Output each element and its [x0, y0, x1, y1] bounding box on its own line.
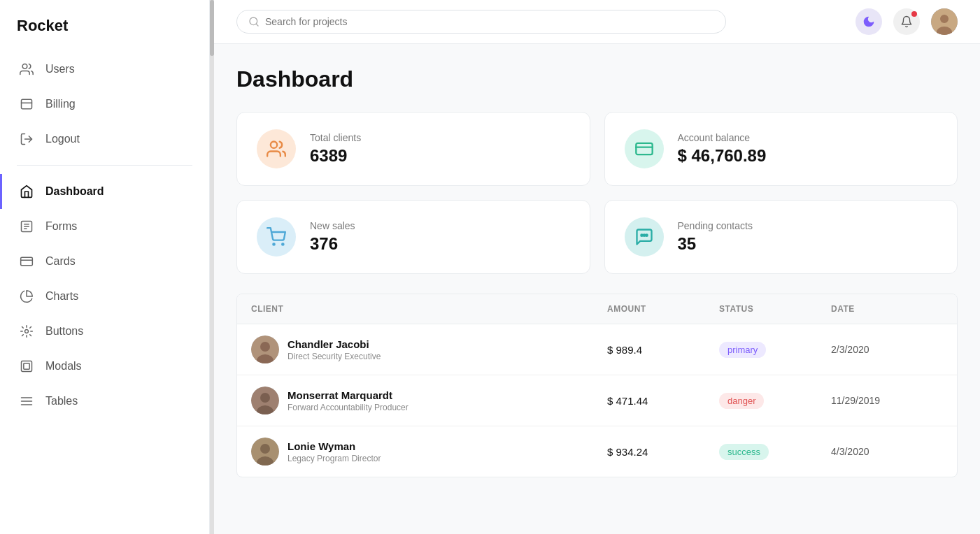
client-cell: Chandler Jacobi Direct Security Executiv…	[251, 335, 607, 363]
client-avatar	[251, 387, 279, 414]
moon-icon	[862, 15, 875, 28]
search-input[interactable]	[265, 16, 714, 27]
sidebar-item-modals-label: Modals	[45, 360, 82, 373]
svg-line-13	[22, 327, 24, 329]
pending-contacts-label: Pending contacts	[678, 220, 753, 231]
table-row: Chandler Jacobi Direct Security Executiv…	[237, 324, 957, 375]
client-name: Chandler Jacobi	[287, 338, 381, 350]
client-job-title: Direct Security Executive	[287, 352, 381, 361]
amount-cell: $ 934.24	[607, 446, 719, 458]
col-header-status: STATUS	[719, 304, 831, 314]
tables-icon	[19, 394, 34, 409]
home-icon	[19, 184, 34, 199]
search-bar[interactable]	[236, 10, 726, 34]
svg-point-38	[260, 342, 270, 352]
stat-card-account-balance: Account balance $ 46,760.89	[604, 112, 958, 186]
svg-rect-19	[22, 361, 32, 372]
sidebar-item-users[interactable]: Users	[0, 52, 209, 87]
client-info: Chandler Jacobi Direct Security Executiv…	[287, 338, 381, 361]
svg-line-25	[256, 24, 258, 26]
col-header-date: DATE	[831, 304, 943, 314]
status-cell: primary	[719, 342, 831, 358]
status-badge: primary	[719, 342, 766, 358]
sidebar-item-logout-label: Logout	[45, 133, 80, 145]
sidebar-item-tables-label: Tables	[45, 395, 78, 407]
client-avatar-img	[251, 438, 279, 466]
svg-point-33	[282, 243, 283, 245]
content-area: Dashboard Total clients 6389	[214, 44, 980, 534]
client-cell: Lonie Wyman Legacy Program Director	[251, 438, 607, 466]
sidebar-item-modals[interactable]: Modals	[0, 349, 209, 384]
svg-line-14	[30, 335, 31, 336]
amount-cell: $ 471.44	[607, 395, 719, 407]
forms-icon	[19, 219, 34, 234]
sidebar-item-logout[interactable]: Logout	[0, 122, 209, 157]
svg-point-32	[273, 243, 274, 245]
main-content: Dashboard Total clients 6389	[214, 0, 980, 534]
client-job-title: Forward Accountability Producer	[287, 403, 409, 412]
sidebar-item-billing[interactable]: Billing	[0, 87, 209, 122]
svg-point-36	[646, 235, 647, 236]
stat-card-new-sales: New sales 376	[236, 200, 590, 274]
client-name: Lonie Wyman	[287, 440, 381, 452]
client-info: Lonie Wyman Legacy Program Director	[287, 440, 381, 463]
header-actions	[855, 8, 958, 35]
new-sales-icon	[267, 227, 286, 247]
modals-icon	[19, 359, 34, 374]
sidebar: Rocket Users Billing	[0, 0, 210, 534]
svg-point-10	[25, 330, 29, 333]
account-balance-icon	[634, 139, 654, 159]
sidebar-item-buttons[interactable]: Buttons	[0, 314, 209, 349]
stat-card-total-clients: Total clients 6389	[236, 112, 590, 186]
sidebar-divider	[17, 165, 192, 166]
page-title: Dashboard	[236, 66, 958, 92]
client-job-title: Legacy Program Director	[287, 454, 381, 463]
svg-point-35	[643, 235, 644, 236]
total-clients-icon-circle	[257, 129, 296, 168]
search-icon	[248, 16, 260, 27]
svg-point-34	[641, 235, 642, 236]
sidebar-item-cards[interactable]: Cards	[0, 244, 209, 279]
amount-cell: $ 989.4	[607, 344, 719, 356]
dark-mode-button[interactable]	[855, 8, 882, 35]
svg-point-41	[260, 393, 270, 403]
client-cell: Monserrat Marquardt Forward Accountabili…	[251, 387, 607, 414]
status-badge: danger	[719, 393, 764, 409]
status-badge: success	[719, 444, 769, 460]
pending-contacts-value: 35	[678, 234, 753, 254]
svg-line-17	[22, 335, 24, 336]
sidebar-item-dashboard[interactable]: Dashboard	[0, 174, 209, 209]
sidebar-item-buttons-label: Buttons	[45, 325, 83, 338]
new-sales-value: 376	[310, 234, 355, 254]
sidebar-item-charts-label: Charts	[45, 290, 78, 303]
status-cell: success	[719, 444, 831, 460]
new-sales-info: New sales 376	[310, 220, 355, 254]
sidebar-item-forms[interactable]: Forms	[0, 209, 209, 244]
new-sales-label: New sales	[310, 220, 355, 231]
sidebar-item-users-label: Users	[45, 63, 75, 75]
date-cell: 11/29/2019	[831, 395, 943, 406]
sidebar-item-charts[interactable]: Charts	[0, 279, 209, 314]
svg-point-0	[22, 64, 27, 69]
col-header-amount: AMOUNT	[607, 304, 719, 314]
account-balance-value: $ 46,760.89	[678, 146, 767, 166]
sidebar-main-nav: Dashboard Forms Cards	[0, 174, 209, 419]
user-avatar[interactable]	[931, 8, 958, 35]
pending-contacts-icon-circle	[625, 217, 664, 257]
svg-point-27	[940, 15, 949, 23]
client-avatar	[251, 335, 279, 363]
users-icon	[19, 62, 34, 77]
buttons-icon	[19, 324, 34, 339]
client-avatar-img	[251, 387, 279, 414]
sidebar-item-billing-label: Billing	[45, 98, 76, 110]
brand-logo: Rocket	[0, 17, 209, 52]
client-avatar-img	[251, 335, 279, 363]
pending-contacts-info: Pending contacts 35	[678, 220, 753, 254]
billing-icon	[19, 96, 34, 112]
sidebar-item-tables[interactable]: Tables	[0, 384, 209, 419]
cards-icon	[19, 254, 34, 269]
logout-icon	[19, 131, 34, 147]
pending-contacts-icon	[634, 227, 654, 247]
notifications-button[interactable]	[893, 8, 920, 35]
svg-rect-30	[636, 143, 652, 154]
